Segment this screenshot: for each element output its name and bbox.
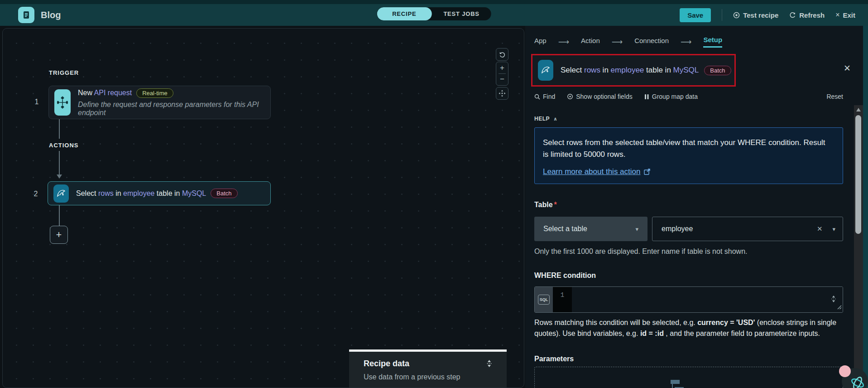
setup-breadcrumb: App ⟶ Action ⟶ Connection ⟶ Setup (534, 36, 722, 48)
table-field-hint: Only the first 1000 are displayed. Enter… (534, 246, 843, 257)
exit-button[interactable]: × Exit (835, 11, 855, 19)
recipe-canvas[interactable]: TRIGGER 1 New API request Real-time Defi… (2, 28, 524, 388)
help-section-toggle[interactable]: HELP ∧ (534, 116, 557, 122)
pan-icon (499, 90, 506, 97)
add-step-button[interactable]: + (50, 226, 68, 244)
table-source-dropdown[interactable]: Select a table ▾ (534, 217, 647, 241)
window-top-strip (0, 0, 868, 4)
help-text: Select rows from the selected table/view… (543, 137, 833, 161)
panel-scrollbar-thumb[interactable] (855, 115, 861, 234)
show-optional-fields-button[interactable]: Show optional fields (567, 93, 633, 100)
refresh-icon (789, 12, 796, 19)
zoom-controls: + − (496, 62, 508, 86)
header-divider (722, 9, 722, 21)
mysql-icon (538, 60, 553, 81)
step-number: 1 (32, 98, 42, 106)
actions-section-label: ACTIONS (49, 142, 79, 149)
connector-line (59, 151, 60, 175)
breadcrumb-action[interactable]: Action (581, 37, 600, 47)
parameters-dropzone[interactable] (534, 367, 843, 388)
breadcrumb-setup[interactable]: Setup (703, 36, 722, 48)
reset-button[interactable]: Reset (826, 93, 843, 100)
help-box: Select rows from the selected table/view… (534, 127, 843, 184)
where-condition-editor[interactable]: SQL 1 (534, 286, 843, 313)
pink-dot-button[interactable] (839, 365, 851, 377)
target-icon (733, 12, 740, 19)
panel-step-title: Select rows in employee table in MySQL (561, 66, 699, 75)
view-tabs: RECIPE TEST JOBS (377, 7, 491, 20)
recipe-editor: Blog RECIPE TEST JOBS Save Test recipe R… (0, 0, 868, 388)
breadcrumb-connection[interactable]: Connection (634, 37, 669, 47)
resize-handle-icon[interactable] (837, 303, 842, 311)
trigger-step-subtitle: Define the request and response paramete… (78, 101, 265, 117)
pan-view-button[interactable] (496, 87, 508, 100)
recipe-data-expand-icon[interactable] (486, 359, 492, 369)
clear-value-icon[interactable]: ✕ (817, 225, 823, 233)
recipe-data-panel: Recipe data Use data from a previous ste… (349, 349, 507, 388)
recipe-title: Blog (41, 10, 61, 20)
window-right-edge (863, 26, 868, 388)
app-header: Blog RECIPE TEST JOBS Save Test recipe R… (0, 0, 868, 26)
realtime-badge: Real-time (136, 88, 173, 98)
floating-extension-widget (839, 365, 868, 388)
search-icon (534, 94, 540, 100)
breadcrumb-app[interactable]: App (534, 37, 547, 47)
group-bars-icon (644, 94, 649, 100)
external-link-icon (644, 169, 650, 175)
chevron-up-icon: ∧ (553, 116, 557, 122)
table-field-label: Table* (534, 201, 557, 209)
table-name-input[interactable]: employee ✕ ▾ (652, 217, 843, 241)
zoom-out-button[interactable]: − (496, 74, 508, 85)
batch-badge: Batch (704, 66, 731, 75)
api-request-icon (54, 89, 71, 116)
trigger-section-label: TRIGGER (49, 69, 79, 76)
tab-test-jobs[interactable]: TEST JOBS (432, 7, 491, 20)
step-number: 2 (31, 190, 41, 198)
reset-view-button[interactable] (496, 48, 508, 61)
sql-mode-gutter: SQL (535, 287, 553, 312)
zoom-in-button[interactable]: + (496, 62, 508, 73)
reset-view-icon (499, 51, 506, 58)
parameters-label: Parameters (534, 355, 574, 363)
test-recipe-button[interactable]: Test recipe (733, 11, 778, 19)
recipe-data-resize-handle[interactable] (349, 349, 507, 352)
exit-icon: × (835, 11, 839, 19)
save-button[interactable]: Save (680, 8, 711, 22)
trigger-step-card[interactable]: New API request Real-time Define the req… (48, 86, 271, 119)
arrow-right-icon: ⟶ (681, 37, 691, 47)
caret-down-icon[interactable]: ▾ (832, 226, 835, 233)
recipe-data-subtitle: Use data from a previous step (364, 373, 460, 381)
atom-extension-icon[interactable] (850, 375, 865, 388)
sql-code-area[interactable] (572, 287, 843, 312)
recipe-logo-icon (18, 7, 34, 23)
scroll-up-arrow[interactable] (856, 108, 861, 112)
refresh-button[interactable]: Refresh (789, 11, 825, 19)
step-setup-panel: App ⟶ Action ⟶ Connection ⟶ Setup Select… (525, 26, 863, 388)
table-name-value: employee (662, 225, 693, 233)
sql-badge: SQL (538, 295, 550, 305)
line-number: 1 (553, 287, 572, 312)
arrow-right-icon: ⟶ (612, 37, 623, 47)
recipe-data-title: Recipe data (364, 359, 409, 369)
connector-line (59, 205, 60, 226)
eye-icon (567, 93, 573, 100)
arrow-right-icon: ⟶ (558, 37, 569, 47)
step-title-highlight-box: Select rows in employee table in MySQL B… (531, 54, 736, 87)
editor-expand-icon[interactable] (831, 295, 836, 305)
close-panel-icon[interactable]: ✕ (844, 63, 851, 73)
where-condition-hint: Rows matching this condition will be sel… (534, 317, 845, 339)
setup-toolbar: Find Show optional fields Group map data… (534, 93, 843, 100)
action-step-title: Select rows in employee table in MySQL (76, 189, 206, 198)
action-step-card-selected[interactable]: Select rows in employee table in MySQL B… (48, 181, 271, 205)
connector-arrowhead (57, 175, 62, 179)
group-map-data-button[interactable]: Group map data (644, 93, 698, 100)
connector-line (59, 119, 60, 139)
caret-down-icon: ▾ (635, 226, 638, 233)
tab-recipe[interactable]: RECIPE (377, 7, 432, 20)
find-button[interactable]: Find (534, 93, 555, 100)
mysql-icon (53, 184, 69, 203)
learn-more-link[interactable]: Learn more about this action (543, 167, 640, 176)
batch-badge: Batch (211, 189, 237, 198)
required-asterisk: * (554, 201, 557, 209)
where-condition-label: WHERE condition (534, 272, 596, 280)
